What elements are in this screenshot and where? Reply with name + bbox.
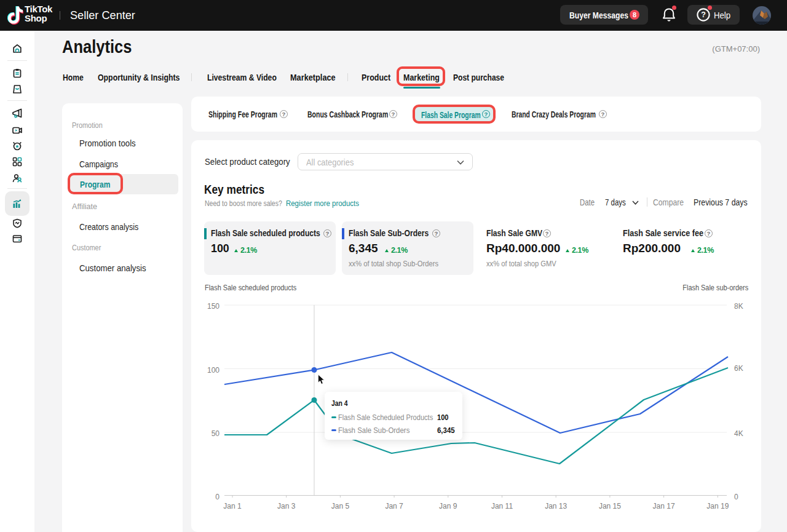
svg-text:Jan 17: Jan 17 [653, 502, 675, 510]
svg-text:Jan 3: Jan 3 [277, 502, 296, 510]
svg-text:8K: 8K [734, 302, 743, 311]
svg-text:4K: 4K [734, 429, 743, 438]
svg-text:50: 50 [212, 429, 220, 438]
svg-text:Jan 19: Jan 19 [706, 502, 729, 510]
svg-text:6K: 6K [734, 364, 743, 373]
svg-text:100: 100 [207, 366, 219, 375]
svg-text:Jan 11: Jan 11 [491, 502, 513, 510]
svg-text:Jan 9: Jan 9 [439, 502, 457, 510]
svg-text:Jan 7: Jan 7 [385, 502, 403, 510]
svg-text:Jan 5: Jan 5 [331, 502, 350, 510]
svg-text:150: 150 [207, 302, 219, 311]
svg-text:0: 0 [734, 493, 738, 501]
svg-text:Jan 15: Jan 15 [599, 502, 621, 510]
svg-text:Jan 13: Jan 13 [545, 502, 567, 510]
svg-text:?: ? [701, 10, 706, 19]
svg-text:0: 0 [215, 493, 219, 501]
svg-text:Jan 1: Jan 1 [223, 502, 242, 510]
